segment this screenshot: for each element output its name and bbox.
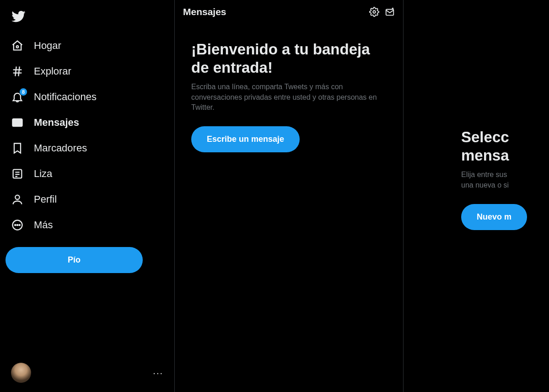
hash-icon — [11, 65, 24, 78]
sidebar-item-label: Explorar — [34, 65, 71, 77]
svg-line-3 — [15, 67, 16, 76]
svg-point-13 — [17, 225, 18, 226]
sidebar-item-label: Marcadores — [34, 142, 87, 154]
message-detail-column: Selecc mensa Elija entre sus una nueva o… — [404, 0, 549, 392]
notification-badge: 8 — [19, 88, 27, 96]
sidebar-item-label: Más — [34, 219, 53, 231]
svg-point-12 — [15, 225, 16, 226]
messages-header-title: Mensajes — [183, 6, 364, 17]
account-switcher[interactable]: ··· — [5, 357, 169, 388]
svg-line-4 — [18, 67, 19, 76]
sidebar-item-messages[interactable]: Mensajes — [5, 110, 169, 135]
write-message-button[interactable]: Escribe un mensaje — [191, 126, 300, 152]
inbox-welcome-description: Escriba una línea, comparta Tweets y más… — [191, 82, 387, 113]
sidebar-item-label: Perfil — [34, 193, 57, 205]
svg-point-15 — [373, 11, 376, 13]
sidebar-item-lists[interactable]: Liza — [5, 161, 169, 187]
inbox-welcome: ¡Bienvenido a tu bandeja de entrada! Esc… — [175, 24, 403, 152]
new-message-button[interactable] — [385, 7, 395, 17]
mail-icon — [11, 116, 24, 129]
settings-button[interactable] — [369, 7, 379, 17]
ellipsis-icon: ··· — [153, 368, 163, 378]
sidebar-item-label: Mensajes — [34, 117, 79, 129]
twitter-bird-icon — [11, 9, 26, 24]
sidebar: Hogar Explorar 8 Notificaciones Mensajes — [0, 0, 175, 392]
sidebar-item-label: Liza — [34, 168, 52, 180]
bookmark-icon — [11, 142, 24, 155]
tweet-button[interactable]: Pío — [5, 247, 143, 273]
detail-description: Elija entre sus una nueva o si — [461, 170, 549, 190]
avatar — [11, 363, 31, 383]
sidebar-item-explore[interactable]: Explorar — [5, 59, 169, 84]
sidebar-item-bookmarks[interactable]: Marcadores — [5, 135, 169, 161]
sidebar-item-label: Notificaciones — [34, 91, 97, 103]
detail-title: Selecc mensa — [461, 128, 549, 164]
list-icon — [11, 167, 24, 180]
nav-list: Hogar Explorar 8 Notificaciones Mensajes — [5, 33, 169, 238]
sidebar-item-profile[interactable]: Perfil — [5, 187, 169, 212]
home-icon — [11, 39, 24, 52]
sidebar-item-notifications[interactable]: 8 Notificaciones — [5, 84, 169, 110]
bell-icon: 8 — [11, 91, 24, 103]
svg-point-0 — [16, 46, 19, 48]
messages-column: Mensajes ¡Bienvenido a tu bandeja de ent… — [175, 0, 404, 392]
twitter-logo[interactable] — [5, 4, 169, 31]
sidebar-item-label: Hogar — [34, 40, 61, 52]
svg-point-14 — [19, 225, 20, 226]
sidebar-item-home[interactable]: Hogar — [5, 33, 169, 59]
user-icon — [11, 193, 24, 206]
new-message-button[interactable]: Nuevo m — [461, 204, 527, 230]
gear-icon — [369, 7, 379, 17]
more-icon — [11, 219, 24, 231]
compose-message-icon — [385, 7, 395, 17]
sidebar-item-more[interactable]: Más — [5, 212, 169, 238]
messages-header: Mensajes — [175, 0, 403, 24]
svg-point-10 — [15, 195, 19, 199]
inbox-welcome-title: ¡Bienvenido a tu bandeja de entrada! — [191, 40, 387, 76]
